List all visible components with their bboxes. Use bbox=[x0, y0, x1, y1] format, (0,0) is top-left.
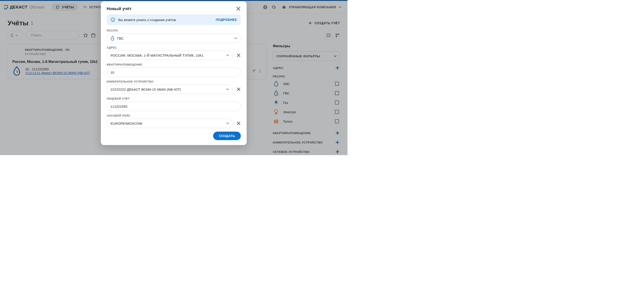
chevron-down-icon bbox=[234, 37, 237, 40]
address-value: РОССИЯ, МОСКВА, 1-Й МАГИСТРАЛЬНЫЙ ТУПИК,… bbox=[110, 54, 224, 57]
field-label-resource: РЕСУРС bbox=[107, 29, 241, 32]
close-icon[interactable] bbox=[236, 6, 241, 11]
create-button[interactable]: СОЗДАТЬ bbox=[213, 132, 241, 140]
address-select[interactable]: РОССИЯ, МОСКВА, 1-Й МАГИСТРАЛЬНЫЙ ТУПИК,… bbox=[107, 51, 233, 60]
clear-device-icon[interactable] bbox=[236, 87, 241, 92]
device-select[interactable]: 22222222 ДЕКАСТ ВСКМ-15 IWAN (NB-IOT) bbox=[107, 85, 233, 94]
field-label-address: АДРЕС bbox=[107, 46, 241, 49]
apt-input[interactable]: 10 bbox=[107, 68, 241, 77]
info-box: Вы можете узнать о создании учётов ПОДРО… bbox=[107, 14, 241, 25]
field-label-account: ЛИЦЕВОЙ СЧЁТ bbox=[107, 97, 241, 100]
modal-title: Новый учёт bbox=[107, 6, 132, 11]
chevron-down-icon bbox=[226, 54, 229, 57]
new-account-modal: Новый учёт Вы можете узнать о создании у… bbox=[101, 1, 247, 145]
account-input[interactable]: 111222333 bbox=[107, 102, 241, 111]
device-value: 22222222 ДЕКАСТ ВСКМ-15 IWAN (NB-IOT) bbox=[110, 88, 224, 91]
account-value: 111222333 bbox=[110, 105, 237, 108]
clear-address-icon[interactable] bbox=[236, 53, 241, 58]
resource-select[interactable]: ГВС bbox=[107, 34, 241, 43]
info-more-link[interactable]: ПОДРОБНЕЕ bbox=[216, 18, 237, 22]
clear-tz-icon[interactable] bbox=[236, 121, 241, 126]
field-label-apt: КВАРТИРА/ПОМЕЩЕНИЕ bbox=[107, 63, 241, 66]
field-label-device: ИЗМЕРИТЕЛЬНОЕ УСТРОЙСТВО bbox=[107, 80, 241, 83]
resource-value: ГВС bbox=[117, 37, 232, 40]
tz-select[interactable]: EUROPE/MOSCOW bbox=[107, 119, 233, 128]
chevron-down-icon bbox=[226, 88, 229, 91]
field-label-tz: ЧАСОВОЙ ПОЯС bbox=[107, 114, 241, 117]
create-button-label: СОЗДАТЬ bbox=[219, 134, 235, 138]
info-text: Вы можете узнать о создании учётов bbox=[118, 18, 213, 22]
apt-value: 10 bbox=[110, 71, 237, 74]
hot-water-icon bbox=[110, 36, 114, 41]
chevron-down-icon bbox=[226, 122, 229, 125]
info-icon bbox=[111, 18, 115, 22]
tz-value: EUROPE/MOSCOW bbox=[110, 122, 224, 125]
